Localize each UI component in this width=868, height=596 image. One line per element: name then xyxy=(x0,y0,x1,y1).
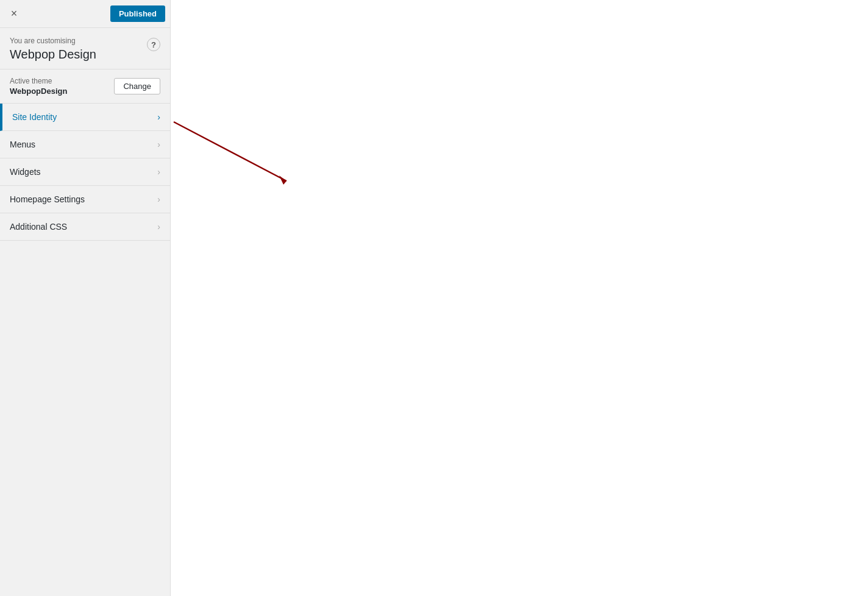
nav-item-site-identity[interactable]: Site Identity › xyxy=(0,104,170,131)
chevron-right-icon-additional-css: › xyxy=(157,222,160,232)
change-theme-button[interactable]: Change xyxy=(114,78,160,94)
active-theme-label: Active theme xyxy=(10,77,67,85)
chevron-right-icon-homepage-settings: › xyxy=(157,194,160,204)
nav-item-label-site-identity: Site Identity xyxy=(12,112,57,122)
nav-item-label-widgets: Widgets xyxy=(10,167,41,177)
chevron-right-icon-site-identity: › xyxy=(157,112,160,122)
customizing-section: You are customising Webpop Design ? xyxy=(0,28,170,69)
chevron-right-icon-widgets: › xyxy=(157,167,160,177)
svg-line-0 xyxy=(174,122,286,181)
close-button[interactable]: × xyxy=(5,5,23,23)
chevron-right-icon-menus: › xyxy=(157,140,160,149)
theme-label-wrap: Active theme WebpopDesign xyxy=(10,77,67,96)
customizing-title: Webpop Design xyxy=(10,48,96,62)
svg-marker-1 xyxy=(279,176,286,185)
top-bar: × Published xyxy=(0,0,170,28)
nav-item-widgets[interactable]: Widgets › xyxy=(0,158,170,186)
published-button[interactable]: Published xyxy=(110,5,165,22)
customizing-text-wrap: You are customising Webpop Design xyxy=(10,37,96,62)
nav-item-homepage-settings[interactable]: Homepage Settings › xyxy=(0,186,170,213)
nav-item-label-homepage-settings: Homepage Settings xyxy=(10,194,85,204)
sidebar: × Published You are customising Webpop D… xyxy=(0,0,171,596)
nav-item-menus[interactable]: Menus › xyxy=(0,131,170,158)
annotation-arrow xyxy=(171,0,868,596)
nav-item-label-additional-css: Additional CSS xyxy=(10,222,67,232)
nav-item-label-menus: Menus xyxy=(10,140,35,149)
you-are-customising-label: You are customising xyxy=(10,37,96,45)
active-theme-name: WebpopDesign xyxy=(10,87,67,96)
nav-items: Site Identity › Menus › Widgets › Homepa… xyxy=(0,104,170,596)
main-content xyxy=(171,0,868,596)
theme-section: Active theme WebpopDesign Change xyxy=(0,69,170,104)
help-button[interactable]: ? xyxy=(147,38,160,51)
nav-item-additional-css[interactable]: Additional CSS › xyxy=(0,213,170,241)
